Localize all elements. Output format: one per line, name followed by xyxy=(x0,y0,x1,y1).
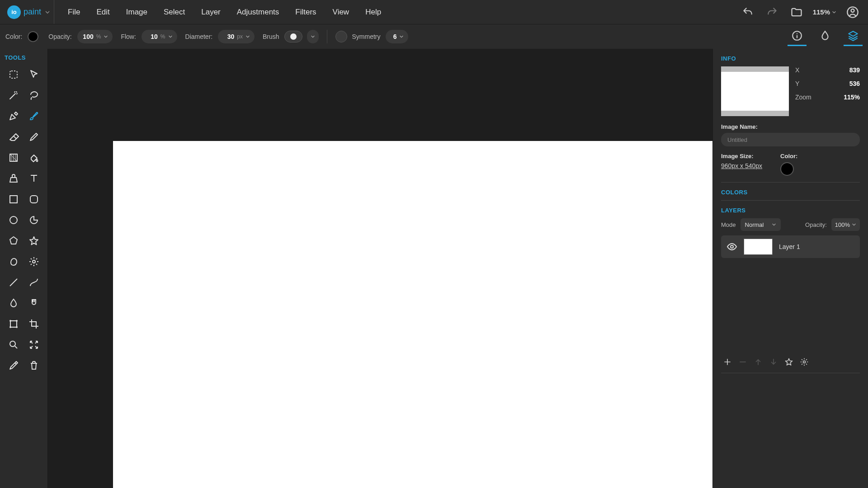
options-bar-right xyxy=(788,27,863,46)
menu-edit[interactable]: Edit xyxy=(88,0,118,24)
tool-pencil[interactable] xyxy=(25,128,43,146)
divider xyxy=(721,200,860,201)
tool-fill[interactable] xyxy=(25,149,43,167)
opt-flow-input[interactable]: 10 % xyxy=(142,30,177,43)
opt-brush-dropdown[interactable] xyxy=(307,30,319,43)
opt-diameter-input[interactable]: 30 px xyxy=(218,30,255,43)
zoom-display[interactable]: 115% xyxy=(813,8,836,16)
colors-section-title[interactable]: COLORS xyxy=(721,189,860,196)
info-y-label: Y xyxy=(795,80,799,87)
image-name-input[interactable]: Untitled xyxy=(721,133,860,146)
layer-settings-button[interactable] xyxy=(800,357,809,366)
tool-lasso[interactable] xyxy=(25,86,43,104)
svg-point-1 xyxy=(851,9,854,12)
svg-point-3 xyxy=(797,33,797,34)
tool-curve[interactable] xyxy=(25,273,43,291)
tool-star[interactable] xyxy=(25,232,43,250)
menu-view[interactable]: View xyxy=(325,0,358,24)
opt-color-label: Color: xyxy=(5,33,22,40)
tool-rounded-rectangle[interactable] xyxy=(25,190,43,208)
info-color-swatch[interactable] xyxy=(780,162,794,176)
tool-zoom[interactable] xyxy=(5,336,23,354)
panel-toggle-info[interactable] xyxy=(788,27,807,46)
tool-eraser[interactable] xyxy=(5,128,23,146)
layers-opacity-input[interactable]: 100% xyxy=(831,218,860,231)
menu-items: File Edit Image Select Layer Adjustments… xyxy=(60,0,389,24)
opt-symmetry-preview[interactable] xyxy=(335,31,347,42)
brand[interactable]: io paint xyxy=(4,0,54,24)
svg-point-14 xyxy=(16,326,18,328)
tool-move[interactable] xyxy=(25,66,43,84)
tool-delete[interactable] xyxy=(25,357,43,375)
opt-opacity-label: Opacity: xyxy=(48,33,71,40)
tool-text[interactable] xyxy=(25,169,43,188)
account-button[interactable] xyxy=(844,4,861,20)
layer-visibility-toggle[interactable] xyxy=(726,241,737,252)
opt-symmetry-input[interactable]: 6 xyxy=(386,30,408,43)
layers-mode-label: Mode xyxy=(721,221,736,228)
menu-layer[interactable]: Layer xyxy=(193,0,229,24)
tool-crop[interactable] xyxy=(25,315,43,333)
tool-pie[interactable] xyxy=(25,211,43,229)
navigator[interactable] xyxy=(721,66,789,116)
image-size-label: Image Size: xyxy=(721,153,762,160)
layer-effects-button[interactable] xyxy=(784,357,793,366)
svg-point-9 xyxy=(33,260,35,263)
tool-blob[interactable] xyxy=(5,253,23,271)
undo-button[interactable] xyxy=(740,4,756,20)
tool-polygon[interactable] xyxy=(5,232,23,250)
tool-brush[interactable] xyxy=(25,107,43,125)
opt-opacity-input[interactable]: 100 % xyxy=(77,30,113,43)
opt-color-swatch[interactable] xyxy=(28,31,38,42)
redo-button[interactable] xyxy=(764,4,780,20)
layer-remove-button[interactable] xyxy=(738,357,747,366)
canvas-area[interactable] xyxy=(48,49,712,488)
info-coords: X839 Y536 Zoom115% xyxy=(795,66,860,116)
tool-pen[interactable] xyxy=(5,107,23,125)
svg-point-12 xyxy=(16,320,18,322)
tool-marquee[interactable] xyxy=(5,66,23,84)
chevron-down-icon xyxy=(104,34,108,39)
info-zoom-label: Zoom xyxy=(795,94,811,101)
tool-eyedropper[interactable] xyxy=(5,357,23,375)
tool-clone[interactable] xyxy=(5,169,23,188)
opt-flow-value: 10 xyxy=(146,33,158,40)
tool-gear[interactable] xyxy=(25,253,43,271)
tool-blur[interactable] xyxy=(5,294,23,312)
opt-brush-preview[interactable] xyxy=(284,31,302,42)
tool-ellipse[interactable] xyxy=(5,211,23,229)
image-size-link[interactable]: 960px x 540px xyxy=(721,162,762,169)
menubar-right: 115% xyxy=(740,4,864,20)
layer-move-up-button[interactable] xyxy=(754,357,763,366)
tool-rectangle[interactable] xyxy=(5,190,23,208)
menu-select[interactable]: Select xyxy=(156,0,193,24)
menu-filters[interactable]: Filters xyxy=(287,0,324,24)
layers-opacity-value: 100% xyxy=(835,221,850,228)
info-x-value: 839 xyxy=(849,66,860,74)
svg-point-8 xyxy=(10,216,17,224)
svg-rect-10 xyxy=(10,321,17,327)
menu-image[interactable]: Image xyxy=(118,0,156,24)
layer-add-button[interactable] xyxy=(723,357,732,366)
tool-line[interactable] xyxy=(5,273,23,291)
tool-smudge[interactable] xyxy=(25,294,43,312)
open-folder-button[interactable] xyxy=(788,4,805,20)
tool-wand[interactable] xyxy=(5,86,23,104)
info-y-value: 536 xyxy=(849,80,860,87)
menu-file[interactable]: File xyxy=(60,0,88,24)
panel-toggle-layers[interactable] xyxy=(844,27,863,46)
menu-adjustments[interactable]: Adjustments xyxy=(229,0,288,24)
menu-help[interactable]: Help xyxy=(357,0,389,24)
tool-pan[interactable] xyxy=(25,336,43,354)
layer-name: Layer 1 xyxy=(779,243,800,250)
opt-diameter-unit: px xyxy=(237,33,243,40)
layer-item[interactable]: Layer 1 xyxy=(721,235,860,258)
tool-transform[interactable] xyxy=(5,315,23,333)
layer-move-down-button[interactable] xyxy=(769,357,778,366)
panel-toggle-colors[interactable] xyxy=(816,27,835,46)
canvas[interactable] xyxy=(113,141,712,488)
opt-flow-label: Flow: xyxy=(121,33,136,40)
zoom-value: 115% xyxy=(813,8,830,16)
tool-gradient[interactable] xyxy=(5,149,23,167)
layers-mode-select[interactable]: Normal xyxy=(741,218,781,231)
